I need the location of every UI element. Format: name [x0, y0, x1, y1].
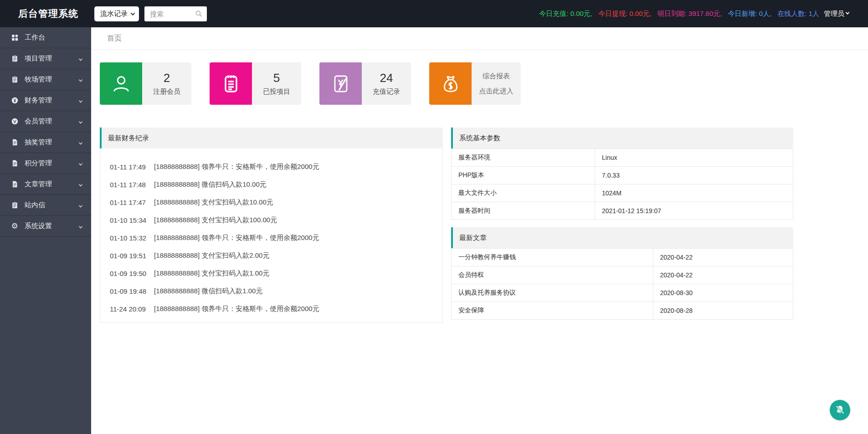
- panels-row: 最新财务纪录 01-11 17:49 [18888888888] 领养牛只：安格…: [100, 128, 868, 323]
- record-time: 01-10 15:34: [110, 216, 154, 224]
- sidebar-item[interactable]: 项目管理: [0, 48, 91, 69]
- chevron-down-icon: [79, 162, 82, 165]
- record-text: [18888888888] 支付宝扫码入款100.00元: [154, 216, 277, 225]
- sidebar-item-label: 积分管理: [25, 159, 52, 168]
- clipboard-icon: [10, 76, 19, 84]
- admin-user-menu[interactable]: 管理员: [824, 10, 849, 18]
- article-date: 2020-04-22: [653, 266, 793, 284]
- sidebar-item-label: 会员管理: [25, 117, 52, 126]
- financial-record-row: 01-11 17:49 [18888888888] 领养牛只：安格斯牛，使用余额…: [110, 158, 438, 176]
- search-box: [144, 6, 207, 21]
- record-text: [18888888888] 支付宝扫码入款1.00元: [154, 269, 269, 278]
- sidebar-item[interactable]: 抽奖管理: [0, 132, 91, 153]
- system-param-row: 最大文件大小 1024M: [452, 184, 793, 202]
- financial-record-row: 01-09 19:48 [18888888888] 微信扫码入款1.00元: [110, 282, 438, 300]
- header-stat: 今日充值: 0.00元,: [539, 10, 592, 18]
- search-icon[interactable]: [195, 10, 203, 18]
- record-time: 01-11 17:47: [110, 199, 154, 206]
- chevron-down-icon: [79, 120, 82, 123]
- system-param-value: 7.0.33: [595, 167, 793, 184]
- sidebar-item[interactable]: 财务管理: [0, 90, 91, 111]
- system-param-label: 服务器环境: [452, 149, 595, 167]
- sidebar-item-label: 文章管理: [25, 180, 52, 189]
- moneybag-icon: [440, 73, 462, 95]
- financial-record-row: 01-11 17:47 [18888888888] 支付宝扫码入款10.00元: [110, 194, 438, 211]
- record-text: [18888888888] 微信扫码入款10.00元: [154, 180, 267, 189]
- financial-record-row: 01-09 19:51 [18888888888] 支付宝扫码入款2.00元: [110, 247, 438, 265]
- stat-card-value: 5: [273, 71, 280, 85]
- system-param-label: 最大文件大小: [452, 184, 595, 202]
- record-time: 01-09 19:51: [110, 252, 154, 260]
- sidebar-item[interactable]: 会员管理: [0, 111, 91, 132]
- record-time: 11-24 20:09: [110, 305, 154, 313]
- system-params-panel: 系统基本参数 服务器环境 Linux PHP版本 7.0.33: [451, 128, 793, 220]
- record-text: [18888888888] 支付宝扫码入款2.00元: [154, 251, 269, 260]
- sidebar-item-label: 站内信: [25, 201, 45, 209]
- record-time: 01-09 19:50: [110, 270, 154, 277]
- notification-mute-button[interactable]: [830, 400, 850, 420]
- record-text: [18888888888] 支付宝扫码入款10.00元: [154, 198, 273, 207]
- stat-card[interactable]: 2 注册会员: [100, 62, 191, 105]
- chevron-down-icon: [79, 99, 82, 102]
- stat-card-link-line: 点击此进入: [479, 85, 514, 97]
- stat-cards: 2 注册会员 5 已投项目: [100, 62, 868, 105]
- latest-articles-panel: 最新文章 一分钟教何养牛赚钱 2020-04-22 会员特权 202: [451, 227, 793, 320]
- sidebar: 工作台 项目管理 牧场管理 财务管理 会员管理 抽奖管理: [0, 27, 91, 434]
- financial-record-row: 01-10 15:34 [18888888888] 支付宝扫码入款100.00元: [110, 211, 438, 229]
- latest-articles-title: 最新文章: [451, 227, 793, 248]
- article-row: 会员特权 2020-04-22: [452, 266, 793, 284]
- latest-articles-table: 一分钟教何养牛赚钱 2020-04-22 会员特权 2020-04-22 认购及…: [451, 248, 793, 320]
- main-content: 首页 2 注册会员 5: [91, 27, 868, 434]
- finance-yen-icon: [10, 97, 19, 105]
- article-row: 认购及托养服务协议 2020-08-30: [452, 284, 793, 302]
- notebook-icon: [220, 73, 242, 95]
- stat-card[interactable]: 5 已投项目: [210, 62, 301, 105]
- dashboard-icon: [10, 34, 19, 42]
- bell-slash-icon: [834, 404, 846, 416]
- document-icon: [10, 138, 19, 147]
- sidebar-item-label: 项目管理: [25, 54, 52, 63]
- article-row: 一分钟教何养牛赚钱 2020-04-22: [452, 249, 793, 266]
- record-type-select[interactable]: 流水记录: [94, 6, 139, 21]
- system-param-row: 服务器时间 2021-01-12 15:19:07: [452, 202, 793, 220]
- article-title: 会员特权: [452, 266, 653, 284]
- record-text: [18888888888] 领养牛只：安格斯牛，使用余额2000元: [154, 163, 319, 171]
- article-title: 一分钟教何养牛赚钱: [452, 249, 653, 266]
- header-stat: 今日新增: 0人,: [728, 10, 771, 18]
- financial-record-row: 11-24 20:09 [18888888888] 领养牛只：安格斯牛，使用余额…: [110, 300, 438, 318]
- clipboard-icon: [10, 55, 19, 63]
- chevron-down-icon: [79, 183, 82, 186]
- article-title: 安全保障: [452, 302, 653, 320]
- system-param-value: 1024M: [595, 184, 793, 202]
- record-time: 01-11 17:49: [110, 163, 154, 171]
- stat-card[interactable]: 24 充值记录: [319, 62, 411, 105]
- system-param-value: Linux: [595, 149, 793, 167]
- record-text: [18888888888] 微信扫码入款1.00元: [154, 287, 262, 296]
- financial-record-row: 01-09 19:50 [18888888888] 支付宝扫码入款1.00元: [110, 265, 438, 282]
- tab-home[interactable]: 首页: [107, 34, 122, 43]
- sidebar-item[interactable]: 积分管理: [0, 153, 91, 174]
- sidebar-item[interactable]: 工作台: [0, 27, 91, 48]
- record-time: 01-10 15:32: [110, 234, 154, 242]
- record-type-select-value: 流水记录: [100, 10, 128, 18]
- search-input[interactable]: [150, 10, 195, 18]
- stat-card-label: 注册会员: [153, 87, 180, 96]
- gear-icon: ⚙: [10, 222, 19, 230]
- document-icon: [10, 180, 19, 189]
- record-text: [18888888888] 领养牛只：安格斯牛，使用余额2000元: [154, 305, 319, 313]
- chevron-down-icon: [131, 11, 135, 15]
- sidebar-item[interactable]: 站内信: [0, 195, 91, 216]
- system-param-value: 2021-01-12 15:19:07: [595, 202, 793, 220]
- article-row: 安全保障 2020-08-28: [452, 302, 793, 320]
- sidebar-item[interactable]: 牧场管理: [0, 69, 91, 90]
- stat-card[interactable]: 综合报表 点击此进入: [429, 62, 521, 105]
- system-param-row: PHP版本 7.0.33: [452, 167, 793, 184]
- user-icon: [110, 73, 132, 95]
- article-date: 2020-04-22: [653, 249, 793, 266]
- chevron-down-icon: [79, 225, 82, 228]
- sidebar-item[interactable]: ⚙ 系统设置: [0, 216, 91, 237]
- chevron-down-icon: [846, 10, 849, 14]
- system-param-label: 服务器时间: [452, 202, 595, 220]
- header-stats: 今日充值: 0.00元, 今日提现: 0.00元, 明日到期: 3917.60元…: [539, 10, 819, 18]
- sidebar-item[interactable]: 文章管理: [0, 174, 91, 195]
